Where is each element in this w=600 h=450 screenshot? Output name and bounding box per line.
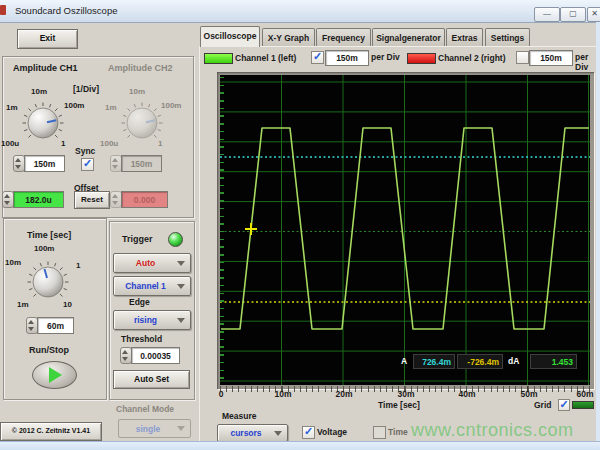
close-button[interactable]: ✕ bbox=[587, 7, 600, 22]
channel1-label: Channel 1 (left) bbox=[235, 53, 296, 63]
time-checkbox[interactable]: ✓ bbox=[373, 426, 386, 439]
copyright-bar: © 2012 C. Zeitnitz V1.41 bbox=[0, 422, 102, 441]
scope-y-ticks bbox=[220, 77, 224, 383]
time-title: Time [sec] bbox=[27, 230, 71, 240]
window-border-bottom[interactable] bbox=[0, 441, 600, 450]
cursor-b-readout: -726.4m bbox=[457, 354, 503, 369]
tab-settings[interactable]: Settings bbox=[485, 28, 530, 46]
time-dial-label-10m: 10m bbox=[5, 258, 21, 267]
run-stop-label: Run/Stop bbox=[29, 345, 69, 355]
title-bar: Soundcard Oszilloscope — ▢ ✕ bbox=[0, 0, 600, 23]
channel-mode-label: Channel Mode bbox=[116, 404, 174, 414]
x-tick-10m: 10m bbox=[270, 389, 296, 399]
trigger-title: Trigger bbox=[122, 234, 153, 244]
window-title: Soundcard Oszilloscope bbox=[15, 5, 117, 16]
maximize-button[interactable]: ▢ bbox=[560, 7, 586, 22]
x-tick-0: 0 bbox=[215, 389, 227, 399]
amplitude-unit-label: [1/Div] bbox=[73, 84, 99, 94]
channel2-enable-checkbox[interactable]: ✓ bbox=[516, 51, 529, 64]
chevron-down-icon bbox=[177, 318, 185, 323]
app-window: Soundcard Oszilloscope — ▢ ✕ Exit Amplit… bbox=[0, 0, 600, 450]
trigger-source-dropdown[interactable]: Channel 1 bbox=[113, 276, 191, 296]
ch1-dial-label-1m: 1m bbox=[6, 103, 18, 112]
tab-oscilloscope[interactable]: Oscilloscope bbox=[200, 26, 260, 47]
scope-display-frame: A 726.4m -726.4m dA 1.453 bbox=[217, 72, 594, 389]
channel1-color-swatch bbox=[204, 53, 233, 64]
grid-label: Grid bbox=[534, 400, 551, 410]
scope-plot bbox=[220, 75, 590, 385]
chevron-down-icon bbox=[177, 261, 185, 266]
time-value[interactable]: 60m bbox=[37, 317, 74, 334]
auto-set-button[interactable]: Auto Set bbox=[113, 370, 190, 389]
ch1-dial-label-100u: 100u bbox=[1, 139, 19, 148]
ch1-offset-value[interactable]: 182.0u bbox=[13, 191, 64, 208]
window-border-right bbox=[596, 22, 600, 442]
trigger-edge-value: rising bbox=[114, 315, 177, 325]
channel1-per-div-label: per Div bbox=[371, 52, 400, 62]
ch2-dial-label-10m: 10m bbox=[129, 87, 145, 96]
channel2-label: Channel 2 (right) bbox=[438, 53, 506, 63]
sync-checkbox[interactable]: ✓ bbox=[81, 158, 94, 171]
sync-label: Sync bbox=[75, 146, 95, 156]
exit-button[interactable]: Exit bbox=[17, 29, 78, 49]
trigger-led bbox=[168, 232, 183, 247]
x-axis-label: Time [sec] bbox=[378, 400, 420, 410]
channel-mode-dropdown[interactable]: single bbox=[118, 419, 191, 438]
x-tick-40m: 40m bbox=[454, 389, 480, 399]
grid-color-swatch bbox=[572, 401, 594, 409]
scope-display[interactable]: A 726.4m -726.4m dA 1.453 bbox=[220, 75, 590, 385]
trigger-mode-dropdown[interactable]: Auto bbox=[113, 253, 191, 273]
threshold-value[interactable]: 0.00035 bbox=[131, 347, 180, 364]
tab-xy-graph[interactable]: X-Y Graph bbox=[262, 28, 315, 46]
ch2-dial-label-100u: 100u bbox=[100, 139, 118, 148]
trigger-mode-value: Auto bbox=[114, 258, 177, 268]
play-icon bbox=[49, 367, 62, 383]
ch2-dial-label-100m: 100m bbox=[161, 101, 181, 110]
edge-label: Edge bbox=[129, 297, 150, 307]
ch2-amplitude-value[interactable]: 150m bbox=[121, 155, 162, 172]
readout-a-label: A bbox=[401, 356, 407, 366]
voltage-label: Voltage bbox=[317, 427, 347, 437]
readout-da-label: dA bbox=[508, 356, 519, 366]
minimize-button[interactable]: — bbox=[534, 7, 560, 22]
chevron-down-icon bbox=[177, 284, 185, 289]
time-measure-label: Time bbox=[388, 427, 408, 437]
ch1-amplitude-value[interactable]: 150m bbox=[24, 155, 65, 172]
x-tick-20m: 20m bbox=[331, 389, 357, 399]
trigger-edge-dropdown[interactable]: rising bbox=[113, 310, 191, 330]
chevron-down-icon bbox=[274, 431, 282, 436]
measure-title: Measure bbox=[222, 411, 257, 421]
trigger-source-value: Channel 1 bbox=[114, 281, 177, 291]
ch1-dial-label-100m: 100m bbox=[64, 101, 84, 110]
channel1-scale-field[interactable]: 150m bbox=[325, 50, 369, 66]
time-dial-label-100m: 100m bbox=[34, 244, 54, 253]
chevron-down-icon bbox=[177, 426, 185, 431]
ch2-offset-value[interactable]: 0.000 bbox=[121, 191, 168, 208]
offset-reset-button[interactable]: Reset bbox=[74, 191, 110, 209]
scope-grid bbox=[220, 75, 590, 385]
amplitude-ch2-knob[interactable] bbox=[120, 101, 164, 145]
cursor-a-readout: 726.4m bbox=[413, 354, 455, 369]
channel1-enable-checkbox[interactable]: ✓ bbox=[311, 51, 324, 64]
channel-mode-value: single bbox=[119, 424, 177, 434]
time-dial-label-1: 1 bbox=[76, 261, 80, 270]
x-tick-30m: 30m bbox=[393, 389, 419, 399]
ch1-dial-label-10m: 10m bbox=[31, 87, 47, 96]
time-knob[interactable] bbox=[26, 260, 70, 304]
voltage-checkbox[interactable]: ✓ bbox=[302, 426, 315, 439]
tab-signalgenerator[interactable]: Signalgenerator bbox=[372, 28, 445, 46]
x-tick-60m: 60m bbox=[572, 389, 598, 399]
delta-a-readout: 1.453 bbox=[530, 354, 577, 369]
measure-mode-dropdown[interactable]: cursors bbox=[217, 424, 288, 442]
tab-frequency[interactable]: Frequency bbox=[316, 28, 371, 46]
amplitude-ch1-knob[interactable] bbox=[21, 101, 65, 145]
run-stop-button[interactable] bbox=[32, 361, 77, 389]
channel2-scale-field[interactable]: 150m bbox=[529, 50, 573, 66]
grid-checkbox[interactable]: ✓ bbox=[558, 399, 570, 411]
crosshair-cursor[interactable] bbox=[245, 223, 257, 235]
measure-mode-value: cursors bbox=[218, 428, 274, 438]
amplitude-ch2-title: Amplitude CH2 bbox=[108, 63, 173, 73]
ch2-dial-label-1m: 1m bbox=[105, 103, 117, 112]
amplitude-ch1-title: Amplitude CH1 bbox=[13, 63, 78, 73]
tab-extras[interactable]: Extras bbox=[446, 28, 483, 46]
